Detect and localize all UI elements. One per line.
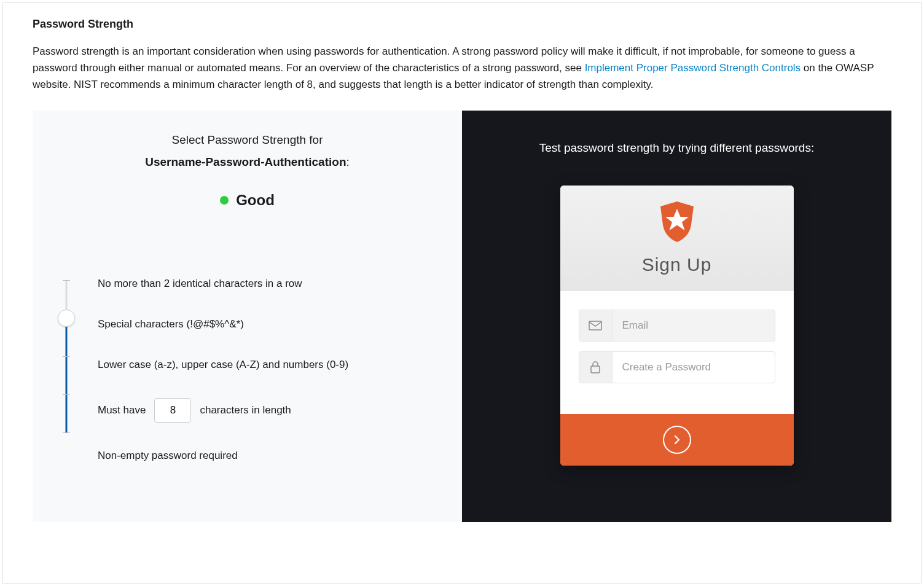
strength-indicator: Good xyxy=(57,192,437,209)
test-panel: Test password strength by trying differe… xyxy=(462,111,891,522)
slider-handle[interactable] xyxy=(58,310,75,327)
section-description: Password strength is an important consid… xyxy=(33,43,891,93)
rule-special-chars: Special characters (!@#$%^&*) xyxy=(98,317,437,332)
rule-identical-chars: No more than 2 identical characters in a… xyxy=(98,276,437,291)
shield-star-logo-icon xyxy=(658,200,696,243)
email-field-wrap xyxy=(579,310,775,342)
password-field-wrap xyxy=(579,351,775,383)
envelope-icon xyxy=(579,310,613,341)
lock-icon xyxy=(579,352,613,383)
owasp-link[interactable]: Implement Proper Password Strength Contr… xyxy=(585,62,801,74)
connection-name: Username-Password-Authentication xyxy=(145,155,346,168)
rule-text: Non-empty password required xyxy=(98,450,238,462)
svg-rect-1 xyxy=(591,366,600,373)
rule-min-length: Must have characters in length xyxy=(98,398,437,423)
rule-case-numbers: Lower case (a-z), upper case (A-Z) and n… xyxy=(98,357,437,372)
strength-dot-icon xyxy=(220,196,229,205)
submit-button[interactable] xyxy=(560,414,794,466)
section-title: Password Strength xyxy=(33,18,891,31)
strength-slider[interactable] xyxy=(57,280,76,440)
colon: : xyxy=(346,155,350,168)
svg-rect-0 xyxy=(589,321,601,330)
rule-nonempty: Non-empty password required xyxy=(98,448,437,463)
signup-card: Sign Up xyxy=(560,186,794,466)
rule-text: Special characters (!@#$%^&*) xyxy=(98,318,244,330)
password-input[interactable] xyxy=(613,352,775,383)
rule-text-prefix: Must have xyxy=(98,404,146,416)
chevron-right-icon xyxy=(663,426,691,454)
signup-header: Sign Up xyxy=(560,186,794,291)
config-header-line1: Select Password Strength for xyxy=(57,129,437,151)
test-prompt: Test password strength by trying differe… xyxy=(539,141,814,155)
strength-config-panel: Select Password Strength for Username-Pa… xyxy=(33,111,462,522)
strength-label: Good xyxy=(236,192,275,208)
rule-text: No more than 2 identical characters in a… xyxy=(98,278,302,290)
signup-title: Sign Up xyxy=(560,254,794,275)
rule-text: Lower case (a-z), upper case (A-Z) and n… xyxy=(98,359,348,371)
min-length-input[interactable] xyxy=(154,398,191,423)
email-input[interactable] xyxy=(613,310,775,341)
rule-text-suffix: characters in length xyxy=(200,404,291,416)
